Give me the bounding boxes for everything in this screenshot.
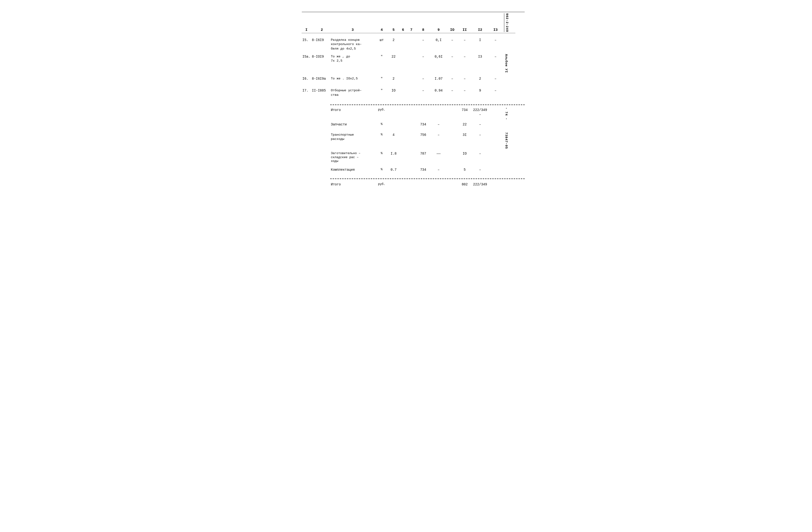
summary-col11-itogo1: 734 <box>458 107 471 113</box>
summary-label-zagot: Заготовительно –складские рас –ходы <box>330 151 375 164</box>
row-col10-17: – <box>446 88 458 93</box>
summary-col9-komplekt: – <box>431 167 446 172</box>
col-header-5: 5 <box>388 28 399 32</box>
table-row: I5а. 8-IOI9 То же , до7х 2,5 " 22 – 0,6I… <box>302 54 515 73</box>
row-col12-15a: I3 <box>471 54 489 59</box>
row-col13-15a: – <box>489 54 502 59</box>
total-col12: 222/349 <box>471 182 489 187</box>
row-col8-15: – <box>416 38 431 43</box>
page-container: I 2 3 4 5 6 7 8 9 IO II I2 I3 902-2-249 … <box>292 5 520 202</box>
table-row: I5. 8-I6I9 Разделка концовконтрольного к… <box>302 38 515 52</box>
divider-after-rows <box>330 104 525 105</box>
row-col10-15a: – <box>446 54 458 59</box>
summary-col11-transport: 3I <box>458 132 471 138</box>
col-header-1: I <box>302 28 311 32</box>
summary-label-transport: Транспортныерасходы <box>330 132 375 142</box>
row-code-17: II-I885 <box>311 88 330 93</box>
summary-col5-zagot: I.8 <box>388 151 399 156</box>
summary-row-total-final: Итого руб. 802 222/349 <box>302 182 515 190</box>
summary-row-komplekt: Комплектация % 0.7 734 – 5 – <box>302 167 515 176</box>
row-col9-15a: 0,6I <box>431 54 446 59</box>
row-col12-15: I <box>471 38 489 43</box>
side-label-middle: - 74 - <box>505 107 508 120</box>
summary-col9-transport: – <box>431 132 446 138</box>
row-col9-15: 0,I <box>431 38 446 43</box>
summary-col5-komplekt: 0.7 <box>388 167 399 172</box>
row-col8-17: – <box>416 88 431 93</box>
row-id-15a: I5а. <box>302 54 311 59</box>
row-col10-16: – <box>446 76 458 81</box>
summary-row-itogo1: Итого руб. 734 222/349 – - 74 - <box>302 107 515 120</box>
row-col6-16 <box>399 76 407 77</box>
total-col11: 802 <box>458 182 471 187</box>
table-row: I7. II-I885 Отборные устрой–ства " IO – … <box>302 88 515 102</box>
summary-unit-zapchasti: % <box>375 122 388 127</box>
summary-label-komplekt: Комплектация <box>330 167 375 172</box>
row-col8-16: – <box>416 76 431 81</box>
row-id-16: I6. <box>302 76 311 81</box>
table-row: I6. 8-I6I9а То же . IOx2,5 " 2 – I.07 – … <box>302 76 515 85</box>
summary-col11-komplekt: 5 <box>458 167 471 172</box>
row-col7-15 <box>407 38 416 39</box>
summary-col12-transport: – <box>471 132 489 138</box>
row-id-17: I7. <box>302 88 311 93</box>
summary-col8-zagot: 787 <box>416 151 431 156</box>
summary-unit-transport: % <box>375 132 388 137</box>
summary-col12-komplekt: – <box>471 167 489 172</box>
row-col11-16: – <box>458 76 471 81</box>
summary-col9-zagot: —— <box>431 151 446 156</box>
row-col6-15 <box>399 38 407 39</box>
row-col6-17 <box>399 88 407 89</box>
col-header-6: 6 <box>399 28 407 32</box>
summary-label-itogo1: Итого <box>330 107 375 113</box>
row-desc-15: Разделка концовконтрольного ка–беля до 4… <box>330 38 375 52</box>
row-col12-17: 9 <box>471 88 489 93</box>
col-header-12: I2 <box>471 28 489 32</box>
row-col5-15a: 22 <box>388 54 399 59</box>
row-desc-16: То же . IOx2,5 <box>330 76 375 81</box>
row-col11-15: – <box>458 38 471 43</box>
row-col5-17: IO <box>388 88 399 93</box>
row-col9-16: I.07 <box>431 76 446 81</box>
col-header-2: 2 <box>311 28 330 32</box>
row-col13-17: – <box>489 88 502 93</box>
summary-row-transport: Транспортныерасходы % 4 756 – 3I – 73847… <box>302 132 515 149</box>
row-col11-15a: – <box>458 54 471 59</box>
col-header-9: 9 <box>431 28 446 32</box>
summary-col12-zapchasti: – <box>471 122 489 127</box>
total-label: Итого <box>330 182 375 187</box>
divider-before-total <box>330 178 525 179</box>
summary-col5-transport: 4 <box>388 132 399 138</box>
summary-col8-zapchasti: 734 <box>416 122 431 127</box>
side-label-top: 902-2-249 <box>504 13 509 32</box>
col-header-4: 4 <box>375 28 388 32</box>
row-unit-15a: " <box>375 54 388 59</box>
row-col8-15a: – <box>416 54 431 59</box>
row-col7-16 <box>407 76 416 77</box>
side-label-album: Альбом УI <box>505 54 508 73</box>
col-header-8: 8 <box>416 28 431 32</box>
summary-col9-zapchasti: – <box>431 122 446 127</box>
row-col7-17 <box>407 88 416 89</box>
col-header-7: 7 <box>407 28 416 32</box>
summary-col11-zagot: IO <box>458 151 471 156</box>
row-code-16: 8-I6I9а <box>311 76 330 81</box>
summary-col8-transport: 756 <box>416 132 431 138</box>
row-col13-16: – <box>489 76 502 81</box>
row-col11-17: – <box>458 88 471 93</box>
row-code-15a: 8-IOI9 <box>311 54 330 59</box>
col-header-13: I3 <box>489 28 502 32</box>
summary-col8-komplekt: 734 <box>416 167 431 172</box>
row-unit-15: шт <box>375 38 388 43</box>
summary-col12-itogo1: 222/349 – <box>471 107 489 117</box>
row-code-15: 8-I6I9 <box>311 38 330 43</box>
col-header-3: 3 <box>330 28 375 32</box>
summary-label-zapchasti: Запчасти <box>330 122 375 127</box>
summary-col12-zagot: – <box>471 151 489 156</box>
summary-col11-zapchasti: 22 <box>458 122 471 127</box>
row-col13-15: – <box>489 38 502 43</box>
row-col10-15: – <box>446 38 458 43</box>
row-id-15: I5. <box>302 38 311 43</box>
row-col5-16: 2 <box>388 76 399 81</box>
summary-row-zagot: Заготовительно –складские рас –ходы % I.… <box>302 151 515 165</box>
